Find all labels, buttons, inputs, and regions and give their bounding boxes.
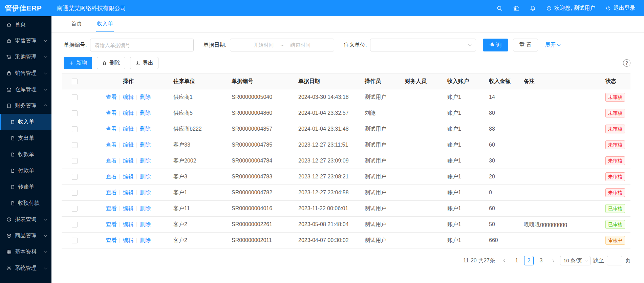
row-action-delete[interactable]: 删除: [140, 190, 151, 195]
cell-bill-date: 2023-11-22 00:06:01: [294, 201, 361, 217]
row-action-view[interactable]: 查看: [106, 221, 117, 227]
logout-button[interactable]: 退出登录: [605, 5, 635, 12]
row-checkbox[interactable]: [72, 126, 78, 132]
retail-icon: [6, 38, 12, 44]
sidebar-item-prepaid-bill[interactable]: 收预付款: [0, 195, 51, 211]
row-action-delete[interactable]: 删除: [140, 126, 151, 132]
sidebar-item-goods[interactable]: 商品管理: [0, 227, 51, 244]
status-badge: 未审核: [605, 188, 625, 197]
next-page-button[interactable]: [549, 256, 557, 265]
row-checkbox[interactable]: [72, 206, 78, 212]
sidebar-item-warehouse[interactable]: 仓库管理: [0, 81, 51, 97]
jump-input[interactable]: [607, 256, 622, 265]
sidebar-item-income-bill[interactable]: 收入单: [0, 114, 51, 130]
chevron-icon: [44, 39, 47, 42]
row-action-edit[interactable]: 编辑: [123, 94, 134, 100]
help-button[interactable]: ?: [623, 59, 630, 67]
row-action-view[interactable]: 查看: [106, 110, 117, 116]
delete-button[interactable]: 删除: [97, 57, 125, 69]
tab-income-bill[interactable]: 收入单: [96, 16, 114, 32]
row-action-view[interactable]: 查看: [106, 190, 117, 195]
row-action-delete[interactable]: 删除: [140, 205, 151, 211]
sidebar-item-home[interactable]: 首页: [0, 16, 51, 32]
cell-finance-staff: [401, 233, 443, 248]
row-checkbox[interactable]: [72, 142, 78, 148]
select-all-checkbox[interactable]: [72, 79, 78, 84]
cell-operator: 测试用户: [361, 201, 401, 217]
chevron-icon: [44, 234, 47, 237]
sidebar-item-sales[interactable]: 销售管理: [0, 65, 51, 81]
row-action-view[interactable]: 查看: [106, 142, 117, 148]
row-action-edit[interactable]: 编辑: [123, 110, 134, 116]
delete-button-label: 删除: [109, 60, 120, 67]
row-action-delete[interactable]: 删除: [140, 174, 151, 179]
row-checkbox[interactable]: [72, 158, 78, 164]
row-action-delete[interactable]: 删除: [140, 158, 151, 164]
sidebar-item-expense-bill[interactable]: 支出单: [0, 130, 51, 146]
row-action-delete[interactable]: 删除: [140, 142, 151, 148]
row-action-delete[interactable]: 删除: [140, 94, 151, 100]
reset-button[interactable]: 重 置: [513, 39, 538, 51]
income-bill-table: 操作往来单位单据编号单据日期操作员财务人员收入账户收入金额备注状态 查看|编辑|…: [62, 73, 630, 248]
sidebar-item-purchase[interactable]: 采购管理: [0, 49, 51, 65]
search-button[interactable]: 查 询: [483, 39, 508, 51]
bank-icon[interactable]: [513, 5, 519, 12]
sidebar-item-payment-bill[interactable]: 付款单: [0, 162, 51, 179]
cell-checkbox: [62, 201, 87, 217]
bill-no-input[interactable]: [90, 39, 194, 51]
cell-account: 账户1: [443, 121, 485, 137]
page-button-1[interactable]: 1: [512, 256, 521, 265]
row-action-view[interactable]: 查看: [106, 174, 117, 179]
row-action-edit[interactable]: 编辑: [123, 174, 134, 179]
row-checkbox[interactable]: [72, 110, 78, 116]
add-button[interactable]: 新增: [64, 57, 92, 69]
page-size-select[interactable]: 10 条/页: [560, 256, 591, 265]
page-button-2[interactable]: 2: [524, 256, 534, 265]
row-action-view[interactable]: 查看: [106, 205, 117, 211]
row-action-delete[interactable]: 删除: [140, 221, 151, 227]
table-row: 查看|编辑|删除 客户2002 SR00000004784 2023-12-27…: [62, 153, 630, 169]
sidebar-item-finance[interactable]: 财务管理: [0, 97, 51, 114]
row-action-delete[interactable]: 删除: [140, 110, 151, 116]
welcome-user[interactable]: 欢迎您, 测试用户: [546, 5, 595, 12]
row-checkbox[interactable]: [72, 190, 78, 196]
tab-home[interactable]: 首页: [70, 16, 83, 32]
sidebar-item-receipt-bill[interactable]: 收款单: [0, 146, 51, 162]
cell-bill-no: SR00000002261: [228, 217, 294, 233]
row-action-edit[interactable]: 编辑: [123, 158, 134, 164]
action-separator: |: [119, 237, 121, 243]
row-action-view[interactable]: 查看: [106, 237, 117, 243]
page-button-3[interactable]: 3: [536, 256, 546, 265]
row-action-edit[interactable]: 编辑: [123, 190, 134, 195]
row-action-view[interactable]: 查看: [106, 158, 117, 164]
export-button[interactable]: 导出: [130, 57, 158, 69]
cell-checkbox: [62, 153, 87, 169]
bell-icon[interactable]: [530, 5, 536, 12]
row-action-edit[interactable]: 编辑: [123, 221, 134, 227]
sidebar-item-system[interactable]: 系统管理: [0, 260, 51, 276]
row-action-view[interactable]: 查看: [106, 126, 117, 132]
search-icon[interactable]: [496, 5, 503, 12]
prev-page-button[interactable]: [500, 256, 509, 265]
row-action-delete[interactable]: 删除: [140, 237, 151, 243]
row-action-edit[interactable]: 编辑: [123, 237, 134, 243]
expand-link[interactable]: 展开: [545, 42, 560, 49]
date-range-input[interactable]: 开始时间 ~ 结束时间: [230, 39, 334, 51]
basedata-icon: [6, 249, 12, 255]
row-checkbox[interactable]: [72, 174, 78, 180]
chevron-icon: [44, 250, 47, 253]
row-checkbox[interactable]: [72, 222, 78, 227]
row-checkbox[interactable]: [72, 94, 78, 100]
cell-status: 未审核: [603, 169, 630, 185]
cell-remark: [520, 153, 603, 169]
row-action-view[interactable]: 查看: [106, 94, 117, 100]
sidebar-item-report[interactable]: 报表查询: [0, 211, 51, 227]
row-checkbox[interactable]: [72, 238, 78, 243]
sidebar-item-transfer-bill[interactable]: 转账单: [0, 179, 51, 195]
partner-select[interactable]: [370, 39, 476, 51]
sidebar-item-basedata[interactable]: 基本资料: [0, 244, 51, 260]
sidebar-item-retail[interactable]: 零售管理: [0, 32, 51, 49]
row-action-edit[interactable]: 编辑: [123, 126, 134, 132]
row-action-edit[interactable]: 编辑: [123, 205, 134, 211]
row-action-edit[interactable]: 编辑: [123, 142, 134, 148]
